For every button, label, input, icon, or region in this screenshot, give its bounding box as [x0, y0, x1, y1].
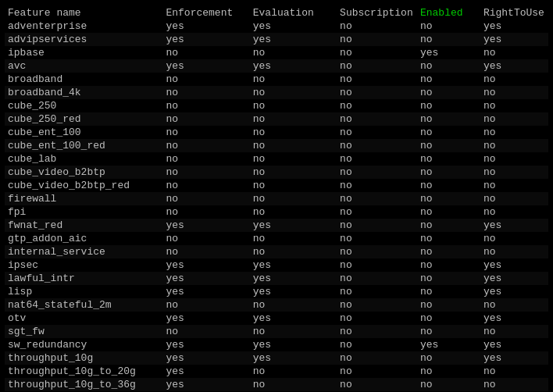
- cell-subscription: no: [337, 325, 417, 338]
- table-row: throughput_10gyesyesnonoyes: [5, 351, 548, 365]
- cell-enabled: no: [417, 365, 480, 378]
- cell-subscription: no: [337, 59, 417, 73]
- table-row: cube_ent_100nonononono: [5, 126, 548, 139]
- cell-enforcement: yes: [162, 219, 249, 232]
- cell-enabled: no: [417, 285, 480, 298]
- cell-enforcement: no: [162, 232, 249, 245]
- cell-subscription: no: [337, 338, 417, 351]
- cell-evaluation: yes: [250, 258, 337, 272]
- table-row: cube_video_b2btpnonononono: [5, 166, 548, 179]
- cell-righttouse: no: [480, 73, 548, 86]
- table-row: firewallnonononono: [5, 192, 548, 205]
- cell-righttouse: no: [480, 192, 548, 205]
- table-row: gtp_addon_aicnonononono: [5, 232, 548, 245]
- cell-subscription: no: [337, 166, 417, 179]
- cell-feature: throughput_10g_to_20g: [5, 365, 162, 378]
- cell-evaluation: no: [250, 365, 337, 378]
- cell-enforcement: no: [162, 139, 249, 152]
- cell-righttouse: yes: [480, 59, 548, 73]
- cell-evaluation: no: [250, 378, 337, 391]
- table-row: broadbandnonononono: [5, 73, 548, 86]
- cell-evaluation: yes: [250, 272, 337, 285]
- cell-righttouse: no: [480, 298, 548, 312]
- table-row: cube_video_b2btp_rednonononono: [5, 179, 548, 192]
- cell-righttouse: no: [480, 152, 548, 166]
- cell-feature: advipservices: [5, 33, 162, 46]
- cell-evaluation: yes: [250, 33, 337, 46]
- cell-feature: cube_lab: [5, 152, 162, 166]
- table-row: fwnat_redyesyesnonoyes: [5, 219, 548, 232]
- cell-subscription: no: [337, 192, 417, 205]
- table-row: cube_ent_100_rednonononono: [5, 139, 548, 152]
- cell-feature: otv: [5, 312, 162, 325]
- cell-evaluation: no: [250, 166, 337, 179]
- cell-evaluation: yes: [250, 351, 337, 365]
- cell-righttouse: no: [480, 378, 548, 391]
- cell-evaluation: yes: [250, 20, 337, 33]
- cell-enabled: no: [417, 378, 480, 391]
- cell-enabled: no: [417, 192, 480, 205]
- cell-righttouse: yes: [480, 351, 548, 365]
- cell-feature: avc: [5, 59, 162, 73]
- cell-subscription: no: [337, 312, 417, 325]
- cell-subscription: no: [337, 232, 417, 245]
- cell-enforcement: yes: [162, 59, 249, 73]
- header-feature: Feature name: [5, 6, 162, 20]
- cell-subscription: no: [337, 86, 417, 99]
- cell-enforcement: no: [162, 112, 249, 126]
- cell-evaluation: no: [250, 73, 337, 86]
- cell-feature: fpi: [5, 205, 162, 219]
- cell-righttouse: no: [480, 99, 548, 112]
- cell-subscription: no: [337, 33, 417, 46]
- table-row: avcyesyesnonoyes: [5, 59, 548, 73]
- cell-evaluation: no: [250, 325, 337, 338]
- cell-feature: lisp: [5, 285, 162, 298]
- cell-evaluation: no: [250, 179, 337, 192]
- cell-evaluation: no: [250, 99, 337, 112]
- cell-righttouse: yes: [480, 219, 548, 232]
- table-row: nat64_stateful_2mnonononono: [5, 298, 548, 312]
- cell-subscription: no: [337, 351, 417, 365]
- cell-subscription: no: [337, 152, 417, 166]
- cell-enabled: no: [417, 325, 480, 338]
- cell-feature: ipsec: [5, 258, 162, 272]
- table-row: ipsecyesyesnonoyes: [5, 258, 548, 272]
- cell-feature: nat64_stateful_2m: [5, 298, 162, 312]
- cell-evaluation: yes: [250, 285, 337, 298]
- cell-righttouse: yes: [480, 285, 548, 298]
- cell-subscription: no: [337, 258, 417, 272]
- cell-subscription: no: [337, 126, 417, 139]
- cell-evaluation: no: [250, 86, 337, 99]
- table-row: cube_250_rednonononono: [5, 112, 548, 126]
- table-row: throughput_10g_to_36gyesnononono: [5, 378, 548, 391]
- cell-feature: ipbase: [5, 46, 162, 59]
- cell-enforcement: no: [162, 205, 249, 219]
- cell-righttouse: yes: [480, 20, 548, 33]
- cell-enforcement: no: [162, 126, 249, 139]
- cell-feature: cube_ent_100: [5, 126, 162, 139]
- cell-subscription: no: [337, 298, 417, 312]
- table-row: fpinonononono: [5, 205, 548, 219]
- table-row: internal_servicenonononono: [5, 245, 548, 258]
- cell-enforcement: no: [162, 298, 249, 312]
- cell-righttouse: no: [480, 86, 548, 99]
- cell-enabled: yes: [417, 338, 480, 351]
- cell-enforcement: yes: [162, 272, 249, 285]
- table-row: sgt_fwnonononono: [5, 325, 548, 338]
- cell-righttouse: yes: [480, 338, 548, 351]
- cell-evaluation: no: [250, 192, 337, 205]
- cell-feature: adventerprise: [5, 20, 162, 33]
- cell-enabled: no: [417, 152, 480, 166]
- cell-subscription: no: [337, 219, 417, 232]
- cell-subscription: no: [337, 46, 417, 59]
- cell-enforcement: yes: [162, 338, 249, 351]
- cell-feature: cube_250: [5, 99, 162, 112]
- cell-enabled: no: [417, 112, 480, 126]
- cell-evaluation: no: [250, 152, 337, 166]
- cell-evaluation: yes: [250, 338, 337, 351]
- table-row: advipservicesyesyesnonoyes: [5, 33, 548, 46]
- cell-feature: cube_video_b2btp_red: [5, 179, 162, 192]
- cell-subscription: no: [337, 99, 417, 112]
- cell-evaluation: no: [250, 245, 337, 258]
- table-row: ipbasenononoyesno: [5, 46, 548, 59]
